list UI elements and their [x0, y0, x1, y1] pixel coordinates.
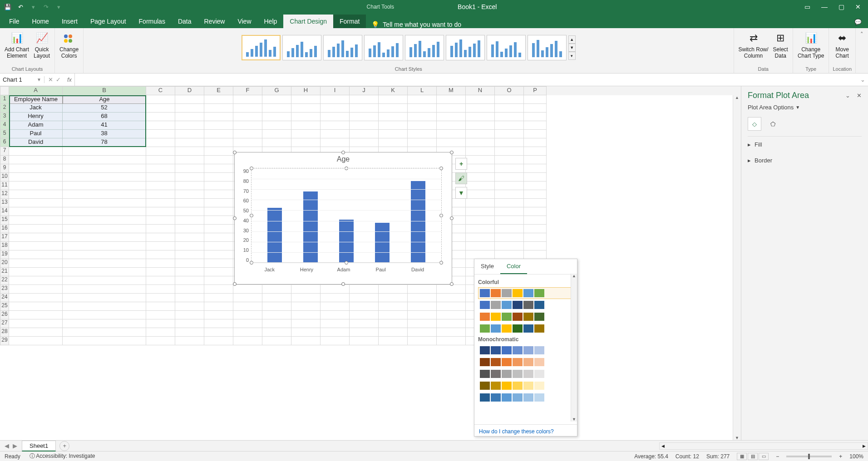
cell[interactable] [146, 328, 175, 337]
cell[interactable] [495, 225, 524, 233]
column-header[interactable]: F [233, 86, 262, 95]
qat-dropdown2-icon[interactable]: ▾ [54, 3, 63, 11]
cell[interactable] [350, 138, 379, 147]
cell[interactable] [146, 285, 175, 294]
cell[interactable] [204, 250, 233, 259]
cell[interactable] [408, 113, 437, 121]
cell[interactable] [350, 95, 379, 104]
x-axis[interactable]: JackHenryAdamPaulDavid [235, 265, 442, 272]
cell[interactable] [233, 113, 262, 121]
expand-formula-bar-icon[interactable]: ⌄ [858, 76, 868, 83]
column-header[interactable]: G [262, 86, 291, 95]
cell[interactable] [146, 181, 175, 190]
cell[interactable] [146, 250, 175, 259]
pane-close-icon[interactable]: ✕ [857, 92, 862, 99]
cell[interactable]: 41 [63, 121, 146, 130]
zoom-out-button[interactable]: − [776, 453, 779, 460]
cell[interactable] [204, 259, 233, 268]
cell[interactable] [291, 319, 321, 328]
cell[interactable] [146, 147, 175, 156]
cell[interactable]: 52 [63, 104, 146, 113]
cell[interactable] [408, 104, 437, 113]
next-sheet-icon[interactable]: ▶ [13, 442, 17, 449]
cell[interactable] [233, 95, 262, 104]
zoom-in-button[interactable]: + [839, 453, 842, 460]
ribbon-display-icon[interactable]: ▭ [804, 3, 810, 10]
maximize-icon[interactable]: ▢ [838, 3, 844, 10]
row-header[interactable]: 2 [0, 104, 9, 113]
tab-insert[interactable]: Insert [55, 15, 84, 28]
comments-icon[interactable]: 💬 [848, 16, 868, 28]
cell[interactable] [63, 190, 146, 199]
quick-layout-button[interactable]: 📈 Quick Layout [33, 30, 51, 60]
horizontal-scrollbar[interactable]: ◀ ▶ [659, 442, 868, 450]
cell[interactable] [321, 302, 350, 311]
cell[interactable] [495, 207, 524, 216]
cell[interactable] [204, 181, 233, 190]
cell[interactable] [466, 95, 495, 104]
cell[interactable] [63, 311, 146, 319]
cell[interactable] [175, 242, 204, 250]
column-header[interactable]: B [63, 86, 146, 95]
cell[interactable] [495, 242, 524, 250]
cell[interactable] [321, 130, 350, 138]
save-icon[interactable]: 💾 [4, 3, 12, 11]
cell[interactable] [204, 113, 233, 121]
cell[interactable]: Paul [9, 130, 63, 138]
row-header[interactable]: 12 [0, 190, 9, 199]
cell[interactable] [204, 242, 233, 250]
cell[interactable] [204, 190, 233, 199]
tab-data[interactable]: Data [172, 15, 198, 28]
cell[interactable] [379, 95, 408, 104]
row-header[interactable]: 18 [0, 242, 9, 250]
cell[interactable] [233, 328, 262, 337]
cell[interactable] [9, 259, 63, 268]
cell[interactable] [175, 173, 204, 181]
cell[interactable] [262, 95, 291, 104]
cell[interactable] [63, 319, 146, 328]
qat-dropdown-icon[interactable]: ▾ [29, 3, 37, 11]
cell[interactable] [63, 156, 146, 164]
cell[interactable] [262, 319, 291, 328]
cell[interactable] [175, 207, 204, 216]
cell[interactable] [350, 337, 379, 345]
cell[interactable] [175, 319, 204, 328]
cell[interactable] [63, 147, 146, 156]
cell[interactable] [408, 138, 437, 147]
cell[interactable] [204, 156, 233, 164]
chart-bar[interactable] [375, 223, 390, 262]
flyout-scrollbar[interactable]: ▲▼ [571, 274, 577, 422]
cell[interactable] [9, 242, 63, 250]
row-header[interactable]: 16 [0, 225, 9, 233]
cell[interactable] [63, 181, 146, 190]
cell[interactable] [350, 130, 379, 138]
cell[interactable] [204, 233, 233, 242]
cell[interactable] [63, 337, 146, 345]
cell[interactable] [204, 328, 233, 337]
cell[interactable] [350, 285, 379, 294]
cell[interactable] [350, 319, 379, 328]
cell[interactable] [466, 164, 495, 173]
cell[interactable] [63, 164, 146, 173]
cell[interactable] [408, 319, 437, 328]
cell[interactable] [466, 121, 495, 130]
tab-chart-design[interactable]: Chart Design [283, 15, 333, 28]
cell[interactable] [524, 173, 547, 181]
cell[interactable] [175, 294, 204, 302]
cell[interactable] [9, 173, 63, 181]
cell[interactable] [146, 164, 175, 173]
cell[interactable] [291, 104, 321, 113]
cell[interactable] [291, 302, 321, 311]
cell[interactable] [291, 311, 321, 319]
border-section[interactable]: ▸ Border [748, 152, 862, 168]
row-header[interactable]: 22 [0, 276, 9, 285]
cell[interactable] [146, 121, 175, 130]
cell[interactable] [379, 311, 408, 319]
cell[interactable] [408, 130, 437, 138]
chart-style-thumbnail[interactable] [487, 35, 526, 60]
cell[interactable] [233, 294, 262, 302]
column-header[interactable]: I [321, 86, 350, 95]
cell[interactable] [466, 113, 495, 121]
cell[interactable] [524, 181, 547, 190]
cell[interactable] [437, 328, 466, 337]
